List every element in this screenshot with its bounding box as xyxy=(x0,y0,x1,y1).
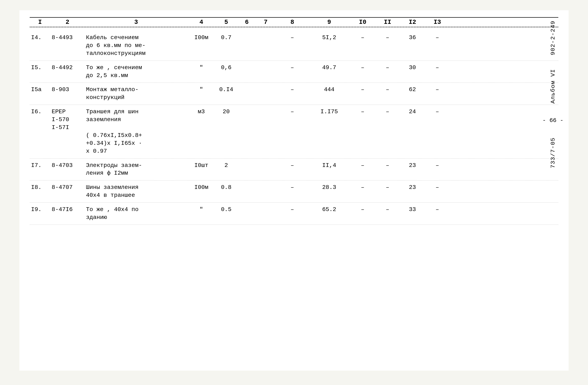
table-row: I6. ЕРЕР I-570 I-57I Траншея для шин заз… xyxy=(30,105,558,158)
row-5-col12: 23 xyxy=(399,183,426,191)
row-1-col4: " xyxy=(188,64,215,72)
row-1-col8: – xyxy=(275,64,310,72)
col-header-2: 2 xyxy=(50,19,84,26)
row-2-col10: – xyxy=(349,86,376,94)
row-6-col13: – xyxy=(426,206,448,214)
row-1-col12: 30 xyxy=(399,64,426,72)
col-header-9: 9 xyxy=(310,19,349,26)
row-6-col2: 8-47I6 xyxy=(50,206,84,214)
row-0-col9: 5I,2 xyxy=(310,34,349,42)
row-5-col4: I00м xyxy=(188,183,215,191)
side-label-bottom2: 733/7-05 xyxy=(550,137,556,168)
row-0-col8: – xyxy=(275,34,310,42)
row-1-col9: 49.7 xyxy=(310,64,349,72)
row-3-col13: – xyxy=(426,108,448,116)
row-4-col8: – xyxy=(275,162,310,169)
row-2-col2: 8-903 xyxy=(50,86,84,94)
col-header-12: I2 xyxy=(399,19,426,26)
row-6-col1: I9. xyxy=(30,206,50,214)
side-label-bottom1: - 66 - xyxy=(543,117,564,124)
row-5-col2: 8-4707 xyxy=(50,183,84,191)
row-0-col11: – xyxy=(376,34,399,42)
row-6-col3: То же , 40х4 по зданию xyxy=(84,206,188,222)
row-5-col5: 0.8 xyxy=(215,183,237,191)
header-row: I 2 3 4 5 6 7 8 9 I0 II I2 I3 xyxy=(30,17,558,27)
row-0-col1: I4. xyxy=(30,34,50,42)
row-0-col13: – xyxy=(426,34,448,42)
table-row: I5а 8-903 Монтаж металло- конструкций " … xyxy=(30,83,558,105)
row-2-col11: – xyxy=(376,86,399,94)
row-4-col1: I7. xyxy=(30,162,50,169)
row-6-col12: 33 xyxy=(399,206,426,214)
row-1-col3: То же , сечением до 2,5 кв.мм xyxy=(84,64,188,80)
row-3-col5: 20 xyxy=(215,108,237,116)
row-6-col10: – xyxy=(349,206,376,214)
row-3-col12: 24 xyxy=(399,108,426,116)
side-labels: 902-2-249 Альбом VI - 66 - 733/7-05 xyxy=(543,20,564,168)
col-header-7: 7 xyxy=(256,19,275,26)
col-header-10: I0 xyxy=(349,19,376,26)
row-2-col4: " xyxy=(188,86,215,94)
row-1-col5: 0,6 xyxy=(215,64,237,72)
row-4-col12: 23 xyxy=(399,162,426,169)
row-4-col9: II,4 xyxy=(310,162,349,169)
row-3-col8: – xyxy=(275,108,310,116)
col-header-4: 4 xyxy=(188,19,215,26)
row-6-col8: – xyxy=(275,206,310,214)
row-0-col2: 8-4493 xyxy=(50,34,84,42)
side-label-top: 902-2-249 xyxy=(550,20,556,55)
row-0-col5: 0.7 xyxy=(215,34,237,42)
row-5-col1: I8. xyxy=(30,183,50,191)
row-0-col4: I00м xyxy=(188,34,215,42)
row-6-col4: " xyxy=(188,206,215,214)
table-row: I4. 8-4493 Кабель сечением до 6 кв.мм по… xyxy=(30,31,558,61)
side-label-middle: Альбом VI xyxy=(550,69,556,104)
table-row: I9. 8-47I6 То же , 40х4 по зданию " 0.5 … xyxy=(30,203,558,225)
table-body: I4. 8-4493 Кабель сечением до 6 кв.мм по… xyxy=(30,31,558,225)
page: I 2 3 4 5 6 7 8 9 I0 II I2 I3 I4. 8-4493… xyxy=(19,10,569,371)
row-5-col10: – xyxy=(349,183,376,191)
row-2-col3: Монтаж металло- конструкций xyxy=(84,86,188,101)
row-3-col1: I6. xyxy=(30,108,50,116)
row-1-col1: I5. xyxy=(30,64,50,72)
row-4-col2: 8-4703 xyxy=(50,162,84,169)
row-2-col5: 0.I4 xyxy=(215,86,237,94)
row-4-col11: – xyxy=(376,162,399,169)
row-3-col2: ЕРЕР I-570 I-57I xyxy=(50,108,84,132)
row-0-col10: – xyxy=(349,34,376,42)
row-4-col13: – xyxy=(426,162,448,169)
row-6-col9: 65.2 xyxy=(310,206,349,214)
row-5-col3: Шины заземления 40х4 в траншее xyxy=(84,183,188,199)
row-2-col12: 62 xyxy=(399,86,426,94)
row-3-col10: – xyxy=(349,108,376,116)
col-header-11: II xyxy=(376,19,399,26)
row-4-col3: Электроды зазем- ления ф I2мм xyxy=(84,162,188,177)
row-3-col3: Траншея для шин заземления ( 0.76хI,I5х0… xyxy=(84,108,188,155)
row-2-col9: 444 xyxy=(310,86,349,94)
table-row: I7. 8-4703 Электроды зазем- ления ф I2мм… xyxy=(30,159,558,181)
table-row: I5. 8-4492 То же , сечением до 2,5 кв.мм… xyxy=(30,61,558,83)
row-4-col4: I0шт xyxy=(188,162,215,169)
row-5-col8: – xyxy=(275,183,310,191)
col-header-8: 8 xyxy=(275,19,310,26)
row-4-col5: 2 xyxy=(215,162,237,169)
row-3-col9: I.I75 xyxy=(310,108,349,116)
row-2-col13: – xyxy=(426,86,448,94)
row-1-col13: – xyxy=(426,64,448,72)
row-5-col11: – xyxy=(376,183,399,191)
row-5-col9: 28.3 xyxy=(310,183,349,191)
row-6-col11: – xyxy=(376,206,399,214)
row-2-col8: – xyxy=(275,86,310,94)
table-row: I8. 8-4707 Шины заземления 40х4 в транше… xyxy=(30,181,558,203)
col-header-13: I3 xyxy=(426,19,448,26)
row-3-col4: м3 xyxy=(188,108,215,116)
row-1-col10: – xyxy=(349,64,376,72)
col-header-6: 6 xyxy=(237,19,256,26)
row-5-col13: – xyxy=(426,183,448,191)
row-0-col12: 36 xyxy=(399,34,426,42)
col-header-5: 5 xyxy=(215,19,237,26)
row-0-col3: Кабель сечением до 6 кв.мм по ме- таллок… xyxy=(84,34,188,58)
row-1-col2: 8-4492 xyxy=(50,64,84,72)
row-1-col11: – xyxy=(376,64,399,72)
row-3-col11: – xyxy=(376,108,399,116)
